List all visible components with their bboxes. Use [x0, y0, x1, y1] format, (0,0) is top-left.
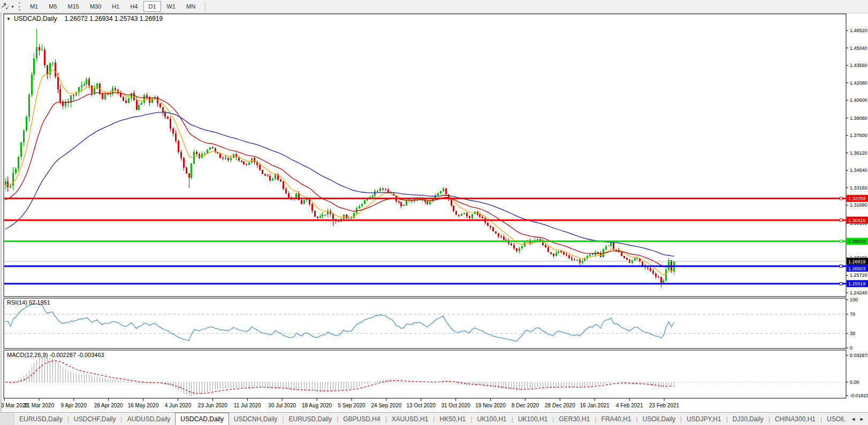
svg-text:1.32258: 1.32258	[848, 196, 866, 201]
mt4-window: ▼ M1M5M15M30H1H4D1W1MN ▼ USDCAD,Daily 1.…	[0, 0, 868, 425]
timeframe-toolbar: ▼ M1M5M15M30H1H4D1W1MN	[0, 0, 868, 13]
chart-title: ▼ USDCAD,Daily 1.26072 1.26934 1.25743 1…	[6, 15, 163, 22]
svg-text:1.28616: 1.28616	[848, 239, 866, 244]
horizontal-lines-layer	[4, 197, 846, 285]
svg-text:0: 0	[850, 345, 852, 351]
tab-usdjpy-h1[interactable]: USDJPY,H1	[682, 413, 726, 425]
rsi-label-row: RSI(14) 52.1951	[7, 299, 50, 306]
svg-text:4 Feb 2021: 4 Feb 2021	[616, 403, 643, 408]
tab-usoil[interactable]: USOil,	[822, 413, 847, 425]
ma-line-slow	[5, 112, 674, 256]
tab-usoil-daily[interactable]: USOil,Daily	[638, 413, 680, 425]
tab-fra40-h1[interactable]: FRA40,H1	[597, 413, 636, 425]
svg-text:-0.01815: -0.01815	[850, 393, 868, 398]
timeframe-button-d1[interactable]: D1	[143, 1, 161, 12]
chart-symbol-label: USDCAD,Daily	[14, 15, 57, 22]
svg-text:30: 30	[850, 331, 855, 336]
svg-text:1.24240: 1.24240	[850, 290, 867, 295]
timeframe-button-mn[interactable]: MN	[181, 1, 200, 12]
hline-handle[interactable]	[840, 240, 842, 242]
tab-usdchf-daily[interactable]: USDCHF,Daily	[69, 413, 121, 425]
macd-panel-border	[4, 350, 846, 398]
svg-text:1.42080: 1.42080	[850, 80, 867, 86]
tab-audusd-daily[interactable]: AUDUSD,Daily	[123, 413, 176, 425]
svg-text:30 Jul 2020: 30 Jul 2020	[268, 403, 296, 408]
tab-hk50-h1[interactable]: HK50,H1	[435, 413, 471, 425]
svg-text:1.31680: 1.31680	[850, 202, 867, 208]
svg-text:11 Jul 2020: 11 Jul 2020	[234, 403, 261, 408]
hline-handle[interactable]	[840, 265, 842, 268]
svg-text:8 Dec 2020: 8 Dec 2020	[512, 403, 539, 408]
svg-text:5 Sep 2020: 5 Sep 2020	[338, 403, 366, 408]
tab-usdcnh-daily[interactable]: USDCNH,Daily	[229, 413, 282, 425]
timeframe-button-m15[interactable]: M15	[63, 1, 84, 12]
tab-scroll-left-icon[interactable]: ◄	[851, 416, 856, 422]
hline-handle[interactable]	[840, 282, 842, 285]
tab-eurusd-daily[interactable]: EURUSD,Daily	[14, 413, 67, 425]
tab-scroll-arrows: ◄ ►	[847, 413, 868, 425]
chevron-down-icon[interactable]: ▼	[11, 5, 14, 9]
tab-usdcad-daily[interactable]: USDCAD,Daily	[175, 413, 229, 425]
svg-text:19 Nov 2020: 19 Nov 2020	[475, 403, 506, 408]
svg-text:1.33160: 1.33160	[850, 185, 867, 191]
tab-china300-h1[interactable]: CHINA300,H1	[770, 413, 820, 425]
svg-text:1.26919: 1.26919	[848, 259, 866, 264]
svg-text:100: 100	[850, 297, 858, 302]
candles-layer	[5, 29, 675, 288]
chart-collapse-icon[interactable]: ▼	[6, 17, 11, 21]
svg-text:1.37600: 1.37600	[850, 133, 867, 138]
tab-gbpusd-h4[interactable]: GBPUSD,H4	[338, 413, 385, 425]
svg-text:16 Jan 2021: 16 Jan 2021	[580, 403, 610, 408]
tab-scroll-right-icon[interactable]: ►	[859, 416, 864, 422]
svg-text:13 Oct 2020: 13 Oct 2020	[407, 403, 436, 408]
svg-text:23 Feb 2021: 23 Feb 2021	[649, 403, 680, 408]
tab-uk100-h1[interactable]: UK100,H1	[472, 413, 511, 425]
svg-text:1.43560: 1.43560	[850, 63, 867, 68]
timeframe-buttons: M1M5M15M30H1H4D1W1MN	[25, 1, 201, 12]
timeframe-button-w1[interactable]: W1	[162, 1, 181, 12]
tabbar-corner	[0, 413, 14, 425]
hline-handle[interactable]	[840, 197, 842, 200]
svg-text:1.25720: 1.25720	[850, 272, 867, 278]
svg-text:70: 70	[850, 312, 855, 317]
timeframe-button-h1[interactable]: H1	[107, 1, 124, 12]
tab-ger30-h1[interactable]: GER30,H1	[554, 413, 595, 425]
svg-text:28 Dec 2020: 28 Dec 2020	[545, 403, 575, 408]
timeframe-button-m5[interactable]: M5	[44, 1, 62, 12]
svg-text:16 May 2020: 16 May 2020	[128, 403, 159, 408]
hline-handle[interactable]	[840, 219, 842, 222]
timeframe-button-m1[interactable]: M1	[25, 1, 43, 12]
rsi-line	[5, 303, 674, 341]
toolbar-grip-handle[interactable]	[19, 2, 20, 11]
svg-text:1.46520: 1.46520	[850, 28, 867, 33]
tab-uk100-h1[interactable]: UK100,H1	[513, 413, 552, 425]
tab-eurusd-daily[interactable]: EURUSD,Daily	[284, 413, 337, 425]
price-axis	[846, 31, 848, 293]
svg-text:0.00: 0.00	[850, 380, 859, 385]
macd-values: -0.002287 -0.003463	[49, 352, 104, 358]
svg-text:1.40600: 1.40600	[850, 97, 867, 103]
chart-tools-icon[interactable]	[1, 2, 10, 11]
ma-line-fast	[5, 70, 674, 275]
svg-text:1.34640: 1.34640	[850, 168, 867, 173]
svg-text:21 Mar 2020: 21 Mar 2020	[24, 403, 55, 408]
main-panel-border	[4, 14, 846, 297]
svg-text:23 Jun 2020: 23 Jun 2020	[198, 403, 227, 408]
svg-text:28 Apr 2020: 28 Apr 2020	[94, 403, 123, 408]
rsi-label: RSI(14)	[7, 299, 27, 306]
tab-dj30-daily[interactable]: DJ30,Daily	[728, 413, 768, 425]
svg-text:1.39080: 1.39080	[850, 116, 867, 121]
rsi-value: 52.1951	[29, 299, 50, 306]
svg-text:1.36120: 1.36120	[850, 150, 867, 156]
macd-label-row: MACD(12,26,9) -0.002287 -0.003463	[7, 352, 104, 358]
toolbar-divider	[205, 2, 205, 11]
price-chart-canvas[interactable]: 1.465201.450401.435601.420801.406001.390…	[0, 13, 868, 412]
chart-ohlc-values: 1.26072 1.26934 1.25743 1.26919	[65, 15, 163, 22]
svg-text:4 Jun 2020: 4 Jun 2020	[165, 403, 192, 408]
tab-xauusd-h1[interactable]: XAUUSD,H1	[387, 413, 433, 425]
svg-text:24 Sep 2020: 24 Sep 2020	[371, 403, 402, 408]
svg-text:18 Aug 2020: 18 Aug 2020	[302, 403, 332, 408]
timeframe-button-h4[interactable]: H4	[125, 1, 142, 12]
timeframe-button-m30[interactable]: M30	[85, 1, 106, 12]
svg-text:1.26503: 1.26503	[848, 266, 866, 271]
